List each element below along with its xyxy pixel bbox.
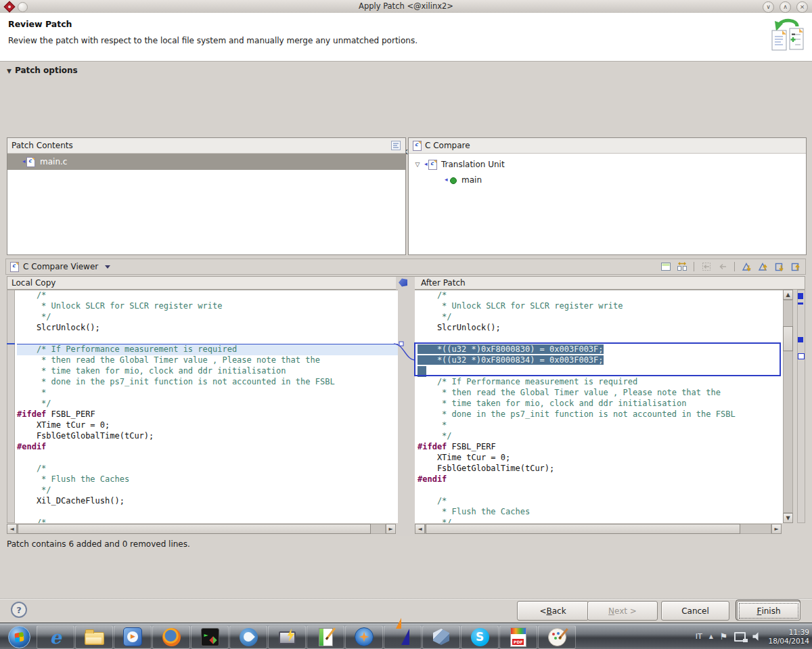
taskbar-compass-button[interactable]	[345, 625, 383, 649]
action-center-flag-icon[interactable]: ⚑	[720, 631, 728, 642]
viewer-menu-icon[interactable]	[105, 265, 110, 271]
taskbar-ie-button[interactable]: e	[37, 625, 74, 649]
code-line: */	[17, 485, 398, 496]
code-line: XTime tCur = 0;	[418, 453, 784, 464]
previous-change-icon[interactable]	[790, 261, 801, 273]
patch-options-expander[interactable]: ▼Patch options	[7, 66, 78, 75]
taskbar-folder-button[interactable]	[75, 625, 113, 649]
window-titlebar: Apply Patch <@xilinx2> ∨ ∧ ×	[0, 0, 812, 14]
start-icon	[8, 626, 30, 648]
overview-ruler[interactable]	[797, 290, 805, 523]
show-hidden-icons[interactable]: ▲	[709, 633, 713, 640]
code-line: */	[418, 312, 784, 323]
next-change-icon[interactable]	[773, 261, 785, 273]
diff-marker[interactable]	[798, 353, 805, 359]
code-line: /*	[17, 518, 398, 523]
maximize-icon[interactable]: ∧	[780, 1, 791, 13]
help-button[interactable]: ?	[11, 602, 27, 618]
code-line: XTime tCur = 0;	[17, 420, 398, 431]
scroll-right-icon[interactable]: ►	[771, 524, 782, 534]
filter-icon[interactable]	[390, 140, 401, 151]
compare-tree-label: main	[461, 175, 482, 185]
horizontal-scrollbar-thumb[interactable]	[426, 524, 740, 534]
taskbar-thunderbird-button[interactable]	[229, 625, 267, 649]
code-line: * Flush the Caches	[418, 507, 784, 518]
planahead-icon	[401, 629, 409, 645]
local-copy-editor[interactable]: /* * Unlock SLCR for SLCR register write…	[15, 290, 398, 523]
window-title: Apply Patch <@xilinx2>	[0, 1, 812, 11]
compare-tree-row[interactable]: ◂main	[409, 172, 806, 187]
clock-date: 18/04/2014	[768, 637, 809, 645]
taskbar-wmp-button[interactable]	[114, 625, 152, 649]
code-line: * done in the ps7_init function is not a…	[17, 377, 398, 388]
next-difference-icon[interactable]	[741, 261, 752, 273]
scroll-left-icon[interactable]: ◄	[7, 524, 17, 534]
diff-marker[interactable]	[798, 337, 803, 342]
scroll-right-icon[interactable]: ►	[386, 524, 396, 534]
scroll-down-icon[interactable]: ▼	[783, 513, 793, 523]
method-icon: ◂	[446, 175, 458, 185]
code-line: /*	[17, 290, 398, 301]
taskbar-paint-button[interactable]	[538, 625, 576, 649]
taskbar-start-button[interactable]	[2, 625, 36, 649]
toolbar-separator	[694, 262, 694, 271]
scroll-up-icon[interactable]: ▲	[783, 290, 793, 300]
apply-patch-window: Apply Patch <@xilinx2> ∨ ∧ × Review Patc…	[0, 0, 812, 649]
patch-contents-pane: Patch Contents ◂main.c	[7, 137, 406, 255]
compare-tree-label: Translation Unit	[441, 160, 505, 169]
system-tray: IT ▲ ⚑ 11:39 18/04/2014	[696, 623, 809, 649]
taskbar-clock[interactable]: 11:39 18/04/2014	[768, 628, 809, 646]
local-copy-title: Local Copy	[12, 278, 55, 288]
compare-editor: Local Copy After Patch /* * Unlock SLCR …	[7, 276, 805, 536]
hunk-connector	[393, 290, 416, 398]
copy-all-left-icon[interactable]	[700, 261, 712, 273]
network-icon[interactable]	[734, 632, 746, 642]
patch-contents-header: Patch Contents	[7, 138, 405, 154]
code-line: * Unlock SLCR for SLCR register write	[418, 301, 784, 312]
code-line: *	[17, 388, 398, 399]
taskbar-firefox-button[interactable]	[152, 625, 190, 649]
pdf-icon	[510, 627, 526, 647]
vertical-scrollbar-thumb[interactable]	[783, 326, 793, 351]
patch-contents-title: Patch Contents	[12, 141, 73, 150]
code-line: * then read the Global Timer value , Ple…	[418, 388, 784, 399]
patch-options-section: ▼Patch options Ignore leading path name …	[0, 61, 812, 137]
code-line: */	[17, 312, 398, 323]
compare-tree-row[interactable]: ▽◂Translation Unit	[409, 156, 806, 172]
horizontal-scrollbar-thumb[interactable]	[18, 524, 371, 534]
diff-marker[interactable]	[798, 303, 803, 305]
copy-current-left-icon[interactable]	[717, 261, 728, 273]
code-line: /*	[17, 464, 398, 474]
minimize-icon[interactable]: ∨	[763, 1, 774, 13]
back-button[interactable]: < Back	[517, 601, 589, 621]
footer-separator	[0, 598, 812, 600]
taskbar-planahead-button[interactable]	[384, 625, 422, 649]
taskbar-virtualbox-button[interactable]	[422, 625, 460, 649]
taskbar-skype-button[interactable]: S	[461, 625, 499, 649]
scroll-left-icon[interactable]: ◄	[415, 524, 425, 534]
switch-view-icon[interactable]	[660, 261, 671, 273]
code-line: * time taken for mio, clock and ddr init…	[418, 399, 784, 409]
swap-panes-icon[interactable]	[676, 261, 687, 273]
diff-marker[interactable]	[798, 293, 803, 299]
taskbar-terminal-button[interactable]	[191, 625, 229, 649]
added-hunk-box[interactable]	[414, 342, 781, 376]
code-line: #endif	[418, 474, 784, 485]
code-line	[418, 485, 784, 496]
taskbar-pdf-button[interactable]	[499, 625, 537, 649]
volume-icon[interactable]	[752, 632, 761, 641]
language-indicator[interactable]: IT	[696, 632, 702, 641]
taskbar-impact-button[interactable]	[268, 625, 306, 649]
expander-triangle-icon: ▼	[7, 68, 12, 74]
finish-button[interactable]: Finish	[736, 600, 800, 621]
close-icon[interactable]: ×	[796, 1, 808, 13]
cancel-button[interactable]: Cancel	[661, 601, 729, 621]
taskbar-log-button[interactable]	[307, 625, 344, 649]
code-line: */	[418, 431, 784, 442]
tree-expander-icon[interactable]: ▽	[413, 161, 422, 168]
previous-difference-icon[interactable]	[757, 261, 769, 273]
code-line: #endif	[17, 442, 398, 453]
after-patch-editor[interactable]: /* * Unlock SLCR for SLCR register write…	[415, 290, 784, 523]
next-button[interactable]: Next >	[587, 601, 658, 621]
patch-file-row[interactable]: ◂main.c	[7, 154, 405, 170]
